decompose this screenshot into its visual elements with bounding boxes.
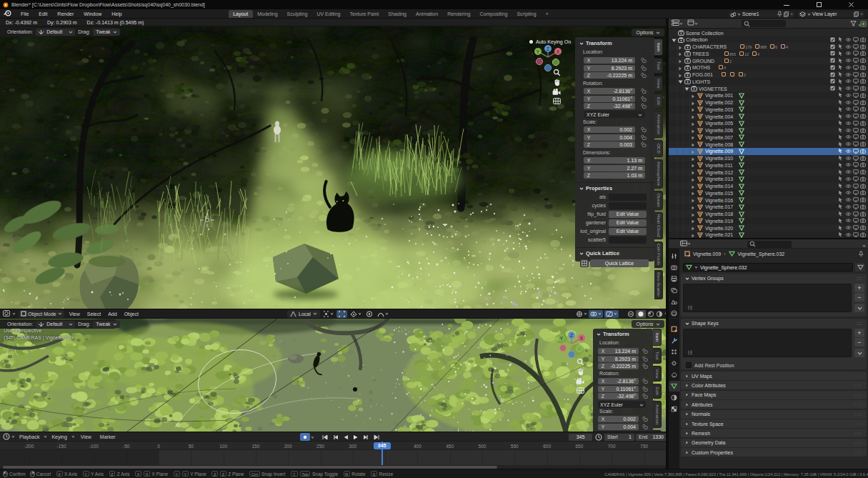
svg-text:Z: Z xyxy=(547,46,549,51)
svg-text:X: X xyxy=(557,49,560,54)
svg-text:Y: Y xyxy=(537,49,540,54)
svg-text:Y: Y xyxy=(560,336,564,341)
svg-text:X: X xyxy=(580,336,584,341)
svg-text:Z: Z xyxy=(570,333,573,338)
